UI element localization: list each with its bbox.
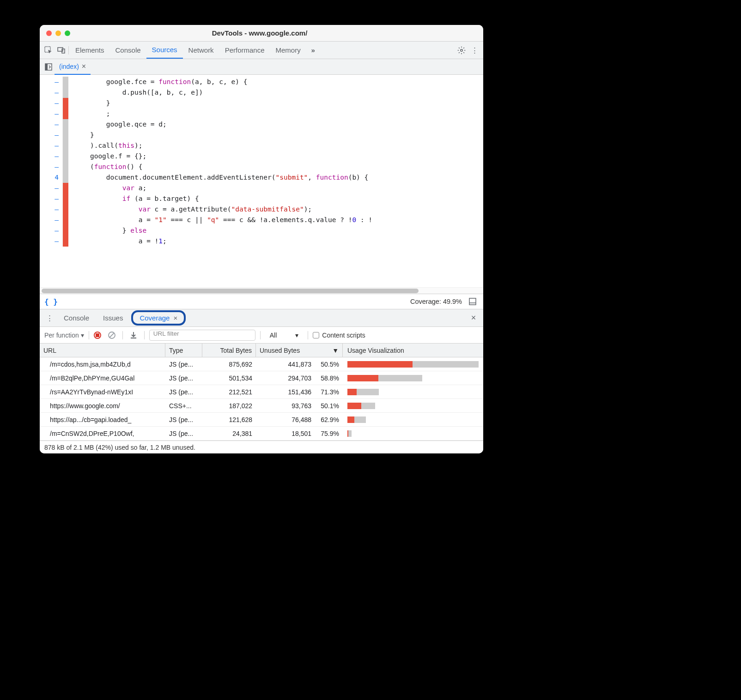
window-title: DevTools - www.google.com/ xyxy=(70,29,449,37)
table-row[interactable]: https://ap.../cb=gapi.loaded_JS (pe...12… xyxy=(40,413,483,427)
col-viz[interactable]: Usage Visualization xyxy=(343,344,483,357)
minimize-window-icon[interactable] xyxy=(55,30,61,36)
main-tabs: ElementsConsoleSourcesNetworkPerformance… xyxy=(40,42,483,59)
coverage-percent-label: Coverage: 49.9% xyxy=(410,298,462,305)
table-row[interactable]: https://www.google.com/CSS+...187,02293,… xyxy=(40,399,483,413)
svg-rect-6 xyxy=(469,298,476,305)
close-drawer-icon[interactable]: × xyxy=(468,312,480,324)
col-type[interactable]: Type xyxy=(165,344,202,357)
type-filter-select[interactable]: All▾ xyxy=(265,332,304,339)
col-unused[interactable]: Unused Bytes▼ xyxy=(256,344,343,357)
checkbox-icon[interactable] xyxy=(313,332,319,338)
svg-line-9 xyxy=(109,333,114,338)
coverage-table: URL Type Total Bytes Unused Bytes▼ Usage… xyxy=(40,344,483,441)
drawer-kebab-icon[interactable]: ⋮ xyxy=(43,312,55,324)
url-filter-input[interactable]: URL filter xyxy=(149,330,255,341)
svg-rect-5 xyxy=(45,64,48,70)
table-header: URL Type Total Bytes Unused Bytes▼ Usage… xyxy=(40,344,483,357)
clear-icon[interactable] xyxy=(106,329,118,341)
drawer-tab-coverage[interactable]: Coverage × xyxy=(131,310,186,326)
devtools-window: DevTools - www.google.com/ ElementsConso… xyxy=(40,25,483,453)
content-scripts-checkbox[interactable]: Content scripts xyxy=(313,332,365,339)
close-tab-icon[interactable]: × xyxy=(82,62,86,71)
inspect-icon[interactable] xyxy=(43,44,55,56)
drawer-tabs: ⋮ Console Issues Coverage × × xyxy=(40,309,483,327)
sidebar-toggle-icon[interactable] xyxy=(467,296,479,308)
table-row[interactable]: /m=cdos,hsm,jsa,mb4ZUb,dJS (pe...875,692… xyxy=(40,357,483,371)
file-tabs: (index) × xyxy=(40,59,483,75)
export-icon[interactable] xyxy=(128,329,140,341)
main-tab-sources[interactable]: Sources xyxy=(146,42,183,59)
close-coverage-icon[interactable]: × xyxy=(173,314,177,322)
table-row[interactable]: /m=B2qlPe,DhPYme,GU4GalJS (pe...501,5342… xyxy=(40,371,483,385)
kebab-menu-icon[interactable]: ⋮ xyxy=(468,44,480,56)
main-tab-performance[interactable]: Performance xyxy=(219,42,270,59)
file-tab-index[interactable]: (index) × xyxy=(55,60,91,75)
drawer-tab-console[interactable]: Console xyxy=(58,312,95,324)
titlebar: DevTools - www.google.com/ xyxy=(40,25,483,42)
coverage-toolbar: Per function ▾ URL filter All▾ Content s… xyxy=(40,327,483,344)
record-button-icon[interactable] xyxy=(94,332,101,339)
more-tabs-icon[interactable]: » xyxy=(307,44,319,56)
table-row[interactable]: /m=CnSW2d,DPreE,P10Owf,JS (pe...24,38118… xyxy=(40,427,483,441)
status-bar: 878 kB of 2.1 MB (42%) used so far, 1.2 … xyxy=(40,441,483,453)
settings-icon[interactable] xyxy=(456,44,468,56)
code-editor[interactable]: –––––––––4–––––– google.fce = function(a… xyxy=(40,75,483,287)
format-code-icon[interactable]: { } xyxy=(44,297,58,306)
table-row[interactable]: /rs=AA2YrTvBynad-nWEy1xIJS (pe...212,521… xyxy=(40,385,483,399)
main-tab-network[interactable]: Network xyxy=(183,42,219,59)
main-tab-console[interactable]: Console xyxy=(110,42,146,59)
device-toggle-icon[interactable] xyxy=(55,44,67,56)
maximize-window-icon[interactable] xyxy=(65,30,70,36)
svg-point-3 xyxy=(461,49,463,51)
col-url[interactable]: URL xyxy=(40,344,165,357)
show-navigator-icon[interactable] xyxy=(43,61,55,73)
file-tab-label: (index) xyxy=(59,63,79,70)
col-total[interactable]: Total Bytes xyxy=(202,344,256,357)
granularity-select[interactable]: Per function ▾ xyxy=(44,332,84,339)
main-tab-memory[interactable]: Memory xyxy=(270,42,306,59)
editor-footer: { } Coverage: 49.9% xyxy=(40,294,483,309)
horizontal-scrollbar[interactable] xyxy=(40,287,483,294)
main-tab-elements[interactable]: Elements xyxy=(70,42,110,59)
drawer-tab-issues[interactable]: Issues xyxy=(97,312,128,324)
traffic-lights xyxy=(46,30,70,36)
close-window-icon[interactable] xyxy=(46,30,52,36)
